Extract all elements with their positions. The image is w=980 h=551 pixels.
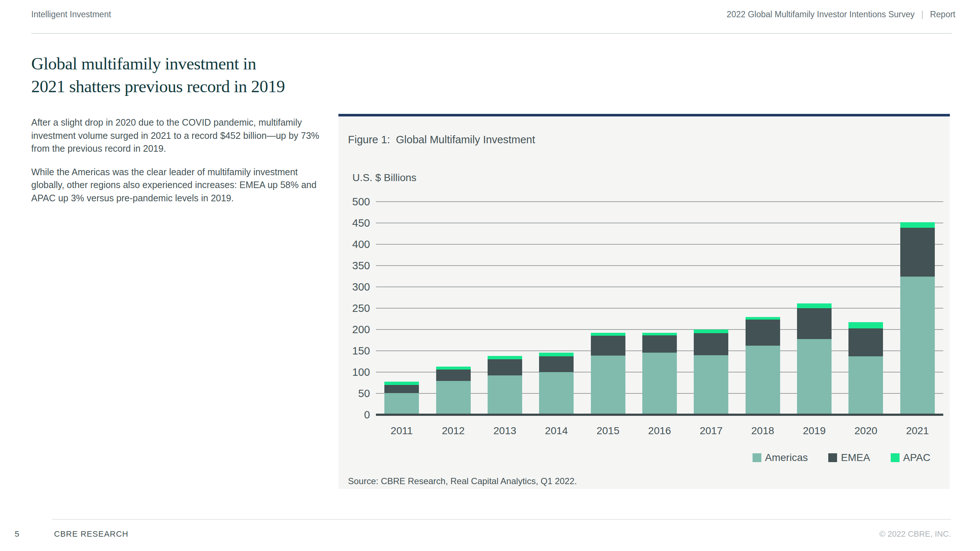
x-tick-label-2011: 2011 xyxy=(376,425,427,437)
bar-segment-americas-2013 xyxy=(488,375,522,415)
page-title: Global multifamily investment in 2021 sh… xyxy=(31,52,285,98)
bar-slot-2012 xyxy=(427,367,479,415)
stacked-bar-2013 xyxy=(488,356,522,415)
stacked-bar-2014 xyxy=(539,353,574,415)
y-tick-label-100: 100 xyxy=(352,367,370,378)
header-report-tag: Report xyxy=(930,10,955,19)
bar-slot-2019 xyxy=(789,303,840,415)
header-survey-title: 2022 Global Multifamily Investor Intenti… xyxy=(727,10,915,19)
bar-slot-2013 xyxy=(479,356,531,415)
bars xyxy=(376,202,943,415)
stacked-bar-2021 xyxy=(900,222,935,415)
stacked-bar-2017 xyxy=(694,330,728,415)
header-separator: | xyxy=(921,10,923,19)
figure-title: Figure 1: Global Multifamily Investment xyxy=(348,134,535,146)
body-paragraph-1: After a slight drop in 2020 due to the C… xyxy=(31,116,327,156)
y-tick-label-150: 150 xyxy=(352,346,370,356)
y-tick-label-0: 0 xyxy=(364,410,370,420)
figure-accent-bar xyxy=(339,114,950,116)
x-tick-label-2015: 2015 xyxy=(582,425,633,437)
legend-item-emea: EMEA xyxy=(828,452,870,464)
header-divider xyxy=(31,33,952,34)
bar-slot-2018 xyxy=(737,317,789,415)
x-axis-line xyxy=(376,414,943,416)
bar-segment-emea-2020 xyxy=(848,329,883,357)
plot-area xyxy=(376,202,943,415)
legend-item-americas: Americas xyxy=(752,452,808,464)
bar-segment-apac-2014 xyxy=(539,353,574,356)
bar-slot-2011 xyxy=(376,382,427,415)
stacked-bar-2015 xyxy=(591,333,625,415)
bar-segment-apac-2018 xyxy=(746,317,780,319)
y-tick-label-250: 250 xyxy=(352,303,370,314)
bar-segment-apac-2019 xyxy=(797,303,832,308)
bar-segment-emea-2021 xyxy=(900,228,935,276)
legend-label-americas: Americas xyxy=(765,452,808,464)
bar-segment-apac-2013 xyxy=(488,356,522,359)
stacked-bar-2020 xyxy=(848,322,883,415)
bar-segment-emea-2018 xyxy=(746,319,780,346)
y-tick-label-50: 50 xyxy=(358,388,370,399)
bar-segment-apac-2017 xyxy=(694,330,728,333)
bar-segment-emea-2014 xyxy=(539,356,574,372)
legend-label-emea: EMEA xyxy=(841,452,870,464)
y-tick-label-300: 300 xyxy=(352,282,370,292)
bar-segment-emea-2012 xyxy=(436,370,471,381)
x-tick-label-2012: 2012 xyxy=(427,425,479,437)
bar-slot-2020 xyxy=(840,322,891,415)
bar-segment-americas-2014 xyxy=(539,372,574,415)
bar-segment-apac-2020 xyxy=(848,322,883,328)
x-tick-label-2013: 2013 xyxy=(479,425,531,437)
footer-brand: CBRE RESEARCH xyxy=(54,529,128,539)
report-page: Intelligent Investment 2022 Global Multi… xyxy=(0,0,980,551)
figure-source: Source: CBRE Research, Real Capital Anal… xyxy=(348,476,577,486)
bar-segment-americas-2015 xyxy=(591,356,625,415)
bar-segment-emea-2011 xyxy=(384,385,419,393)
y-tick-label-200: 200 xyxy=(352,324,370,335)
bar-segment-americas-2011 xyxy=(384,393,419,415)
bar-slot-2021 xyxy=(892,222,943,415)
legend-swatch-americas xyxy=(752,453,761,462)
legend: AmericasEMEAAPAC xyxy=(752,452,931,464)
y-tick-label-400: 400 xyxy=(352,239,370,250)
bar-segment-apac-2015 xyxy=(591,333,625,336)
x-tick-label-2014: 2014 xyxy=(531,425,582,437)
y-tick-label-350: 350 xyxy=(352,260,370,271)
bar-segment-emea-2017 xyxy=(694,333,728,355)
bar-segment-emea-2019 xyxy=(797,308,832,339)
bar-slot-2014 xyxy=(531,353,582,415)
bar-segment-apac-2021 xyxy=(900,222,935,228)
body-paragraph-2: While the Americas was the clear leader … xyxy=(31,166,327,205)
x-tick-label-2021: 2021 xyxy=(892,425,943,437)
stacked-bar-2016 xyxy=(642,333,677,415)
header-left-label: Intelligent Investment xyxy=(31,10,111,19)
page-title-line2: 2021 shatters previous record in 2019 xyxy=(31,77,285,96)
bar-segment-apac-2011 xyxy=(384,382,419,385)
legend-item-apac: APAC xyxy=(891,452,931,464)
bar-slot-2017 xyxy=(685,330,737,415)
y-axis-labels: 050100150200250300350400450500 xyxy=(345,202,370,415)
bar-segment-apac-2012 xyxy=(436,367,471,370)
x-tick-label-2018: 2018 xyxy=(737,425,789,437)
footer-divider xyxy=(52,519,951,520)
bar-segment-americas-2021 xyxy=(900,276,935,415)
bar-segment-americas-2018 xyxy=(746,346,780,415)
bar-segment-emea-2016 xyxy=(642,335,677,352)
y-axis-title: U.S. $ Billions xyxy=(352,172,416,184)
page-number: 5 xyxy=(15,529,19,539)
bar-slot-2015 xyxy=(582,333,633,415)
stacked-bar-2011 xyxy=(384,382,419,415)
stacked-bar-2019 xyxy=(797,303,832,415)
y-tick-label-500: 500 xyxy=(352,197,370,207)
x-tick-label-2017: 2017 xyxy=(685,425,737,437)
bar-slot-2016 xyxy=(634,333,685,415)
bar-segment-americas-2012 xyxy=(436,381,471,415)
bar-segment-emea-2013 xyxy=(488,359,522,375)
stacked-bar-2012 xyxy=(436,367,471,415)
footer-copyright: © 2022 CBRE, INC. xyxy=(879,529,951,539)
y-tick-label-450: 450 xyxy=(352,218,370,229)
x-axis-labels: 2011201220132014201520162017201820192020… xyxy=(376,425,943,437)
bar-segment-americas-2016 xyxy=(642,353,677,415)
x-tick-label-2020: 2020 xyxy=(840,425,891,437)
article-body: After a slight drop in 2020 due to the C… xyxy=(31,116,327,215)
